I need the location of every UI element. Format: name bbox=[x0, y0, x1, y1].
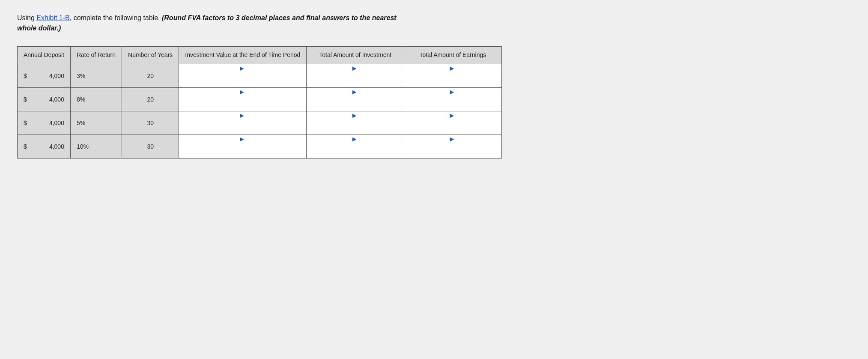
investment-value-field-3[interactable] bbox=[185, 120, 300, 134]
table-container: Annual Deposit Rate of Return Number of … bbox=[17, 46, 851, 159]
arrow-icon-2: ► bbox=[351, 65, 358, 72]
arrow-icon-4: ► bbox=[239, 88, 245, 96]
years-4: 30 bbox=[122, 135, 179, 158]
investment-value-input-4[interactable]: ► bbox=[179, 135, 307, 158]
investment-value-field-4[interactable] bbox=[185, 143, 300, 158]
total-investment-field-1[interactable] bbox=[313, 72, 398, 87]
investment-value-input-2[interactable]: ► bbox=[179, 87, 307, 111]
deposit-amount-4: 4,000 bbox=[33, 135, 70, 158]
total-earnings-field-1[interactable] bbox=[410, 72, 495, 87]
instruction-middle: , complete the following table. bbox=[70, 14, 162, 21]
total-earnings-input-1[interactable]: ► bbox=[404, 64, 502, 87]
arrow-icon-1: ► bbox=[239, 65, 245, 72]
deposit-amount-1: 4,000 bbox=[33, 64, 70, 87]
instruction-prefix: Using bbox=[17, 14, 36, 21]
total-earnings-input-4[interactable]: ► bbox=[404, 135, 502, 158]
header-annual-deposit: Annual Deposit bbox=[18, 47, 71, 64]
table-row: $ 4,000 8% 20 ► ► ► bbox=[18, 87, 502, 111]
main-table: Annual Deposit Rate of Return Number of … bbox=[17, 46, 502, 159]
total-investment-field-2[interactable] bbox=[313, 96, 398, 111]
page-content: Using Exhibit 1-B, complete the followin… bbox=[17, 13, 851, 159]
arrow-icon-3: ► bbox=[449, 65, 456, 72]
deposit-amount-2: 4,000 bbox=[33, 87, 70, 111]
arrow-icon-6: ► bbox=[449, 88, 456, 96]
investment-value-input-1[interactable]: ► bbox=[179, 64, 307, 87]
total-investment-field-4[interactable] bbox=[313, 143, 398, 158]
header-rate-of-return: Rate of Return bbox=[70, 47, 122, 64]
arrow-icon-12: ► bbox=[449, 135, 456, 143]
header-total-investment: Total Amount of Investment bbox=[307, 47, 404, 64]
header-total-earnings: Total Amount of Earnings bbox=[404, 47, 502, 64]
investment-value-field-1[interactable] bbox=[185, 72, 300, 87]
table-row: $ 4,000 10% 30 ► ► ► bbox=[18, 135, 502, 158]
total-earnings-field-2[interactable] bbox=[410, 96, 495, 111]
rate-2: 8% bbox=[70, 87, 122, 111]
currency-symbol-4: $ bbox=[18, 135, 34, 158]
instruction-text: Using Exhibit 1-B, complete the followin… bbox=[17, 13, 403, 33]
currency-symbol-2: $ bbox=[18, 87, 34, 111]
header-investment-value: Investment Value at the End of Time Peri… bbox=[179, 47, 307, 64]
deposit-amount-3: 4,000 bbox=[33, 111, 70, 135]
total-earnings-input-3[interactable]: ► bbox=[404, 111, 502, 135]
total-earnings-input-2[interactable]: ► bbox=[404, 87, 502, 111]
arrow-icon-10: ► bbox=[239, 135, 245, 143]
arrow-icon-7: ► bbox=[239, 112, 245, 120]
rate-1: 3% bbox=[70, 64, 122, 87]
table-header-row: Annual Deposit Rate of Return Number of … bbox=[18, 47, 502, 64]
arrow-icon-11: ► bbox=[351, 135, 358, 143]
total-earnings-field-4[interactable] bbox=[410, 143, 495, 158]
currency-symbol-3: $ bbox=[18, 111, 34, 135]
total-investment-input-1[interactable]: ► bbox=[307, 64, 404, 87]
investment-value-field-2[interactable] bbox=[185, 96, 300, 111]
total-investment-input-3[interactable]: ► bbox=[307, 111, 404, 135]
years-3: 30 bbox=[122, 111, 179, 135]
years-1: 20 bbox=[122, 64, 179, 87]
table-row: $ 4,000 3% 20 ► ► ► bbox=[18, 64, 502, 87]
header-number-of-years: Number of Years bbox=[122, 47, 179, 64]
total-investment-field-3[interactable] bbox=[313, 120, 398, 134]
exhibit-link[interactable]: Exhibit 1-B bbox=[36, 14, 69, 21]
investment-value-input-3[interactable]: ► bbox=[179, 111, 307, 135]
arrow-icon-8: ► bbox=[351, 112, 358, 120]
rate-3: 5% bbox=[70, 111, 122, 135]
arrow-icon-5: ► bbox=[351, 88, 358, 96]
total-investment-input-2[interactable]: ► bbox=[307, 87, 404, 111]
currency-symbol-1: $ bbox=[18, 64, 34, 87]
arrow-icon-9: ► bbox=[449, 112, 456, 120]
table-row: $ 4,000 5% 30 ► ► ► bbox=[18, 111, 502, 135]
years-2: 20 bbox=[122, 87, 179, 111]
total-earnings-field-3[interactable] bbox=[410, 120, 495, 134]
total-investment-input-4[interactable]: ► bbox=[307, 135, 404, 158]
rate-4: 10% bbox=[70, 135, 122, 158]
